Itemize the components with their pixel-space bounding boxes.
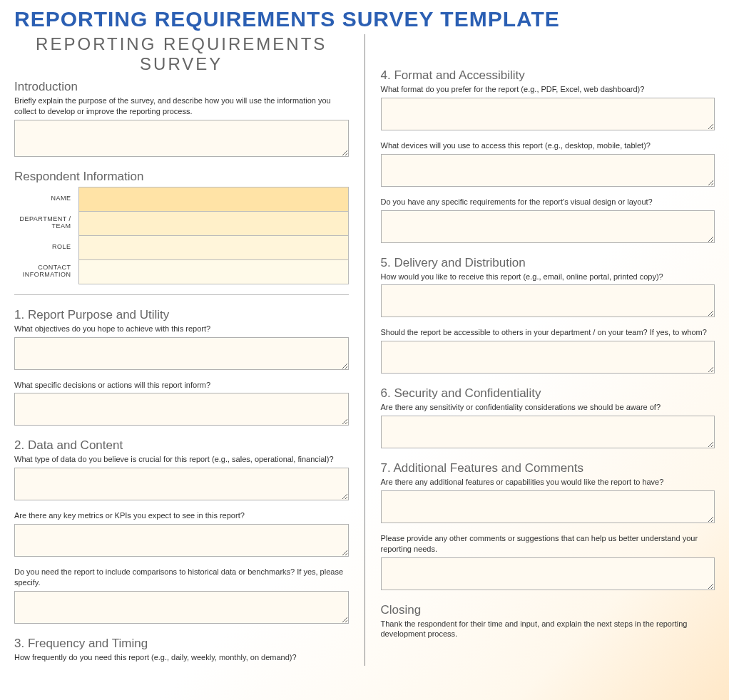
intro-textarea[interactable] — [14, 120, 349, 157]
right-column: 4. Format and Accessibility What format … — [365, 34, 715, 666]
s4-q3-label: Do you have any specific requirements fo… — [381, 197, 715, 207]
s6-q1-textarea[interactable] — [381, 416, 715, 448]
s7-q1-label: Are there any additional features or cap… — [381, 477, 715, 488]
respondent-row-role: ROLE — [14, 235, 348, 259]
s1-q1-label: What objectives do you hope to achieve w… — [14, 324, 349, 334]
respondent-name-input[interactable] — [79, 187, 348, 211]
s4-q2-label: What devices will you use to access this… — [381, 140, 715, 151]
respondent-role-input[interactable] — [79, 236, 348, 259]
s5-q1-textarea[interactable] — [381, 284, 715, 317]
divider — [14, 294, 349, 295]
s2-heading: 2. Data and Content — [14, 438, 349, 453]
respondent-row-name: NAME — [14, 187, 348, 211]
two-column-layout: REPORTING REQUIREMENTS SURVEY Introducti… — [14, 34, 715, 666]
s1-heading: 1. Report Purpose and Utility — [14, 308, 349, 322]
s2-q3-label: Do you need the report to include compar… — [14, 567, 349, 588]
s2-q1-label: What type of data do you believe is cruc… — [14, 454, 349, 465]
survey-title: REPORTING REQUIREMENTS SURVEY — [14, 34, 349, 74]
respondent-table: NAME DEPARTMENT / TEAM ROLE CONTACT INFO… — [14, 187, 349, 284]
intro-heading: Introduction — [14, 80, 349, 94]
respondent-label: NAME — [14, 187, 78, 211]
s4-q3-textarea[interactable] — [381, 210, 715, 243]
s6-q1-label: Are there any sensitivity or confidentia… — [381, 402, 715, 413]
respondent-heading: Respondent Information — [14, 170, 349, 184]
s4-q1-label: What format do you prefer for the report… — [381, 84, 715, 95]
s1-q2-label: What specific decisions or actions will … — [14, 380, 349, 391]
s1-q2-textarea[interactable] — [14, 393, 349, 426]
respondent-dept-input[interactable] — [79, 212, 348, 235]
respondent-label: DEPARTMENT / TEAM — [14, 211, 78, 235]
survey-template-page: REPORTING REQUIREMENTS SURVEY TEMPLATE R… — [0, 0, 729, 700]
s5-q1-label: How would you like to receive this repor… — [381, 272, 715, 282]
respondent-label: ROLE — [14, 235, 78, 259]
s2-q3-textarea[interactable] — [14, 591, 349, 624]
s4-q1-textarea[interactable] — [381, 98, 715, 130]
s5-q2-textarea[interactable] — [381, 341, 715, 374]
s2-q2-label: Are there any key metrics or KPIs you ex… — [14, 510, 349, 521]
s5-heading: 5. Delivery and Distribution — [381, 256, 715, 270]
s7-heading: 7. Additional Features and Comments — [381, 461, 715, 475]
respondent-row-dept: DEPARTMENT / TEAM — [14, 211, 348, 235]
s6-heading: 6. Security and Confidentiality — [381, 386, 715, 401]
s2-q2-textarea[interactable] — [14, 524, 349, 557]
s7-q2-label: Please provide any other comments or sug… — [381, 533, 715, 555]
s4-q2-textarea[interactable] — [381, 154, 715, 187]
respondent-row-contact: CONTACT INFORMATION — [14, 259, 348, 284]
respondent-contact-input[interactable] — [79, 260, 348, 284]
s3-q1-label: How frequently do you need this report (… — [14, 652, 349, 663]
respondent-label: CONTACT INFORMATION — [14, 259, 78, 284]
s1-q1-textarea[interactable] — [14, 337, 349, 370]
s3-heading: 3. Frequency and Timing — [14, 637, 349, 651]
s7-q2-textarea[interactable] — [381, 557, 715, 590]
left-column: REPORTING REQUIREMENTS SURVEY Introducti… — [14, 34, 365, 666]
s5-q2-label: Should the report be accessible to other… — [381, 327, 715, 338]
s7-q1-textarea[interactable] — [381, 490, 715, 523]
s4-heading: 4. Format and Accessibility — [381, 68, 715, 83]
s2-q1-textarea[interactable] — [14, 468, 349, 500]
intro-description: Briefly explain the purpose of the surve… — [14, 96, 349, 117]
closing-description: Thank the respondent for their time and … — [381, 619, 715, 640]
closing-heading: Closing — [381, 603, 715, 617]
main-title: REPORTING REQUIREMENTS SURVEY TEMPLATE — [14, 7, 715, 31]
